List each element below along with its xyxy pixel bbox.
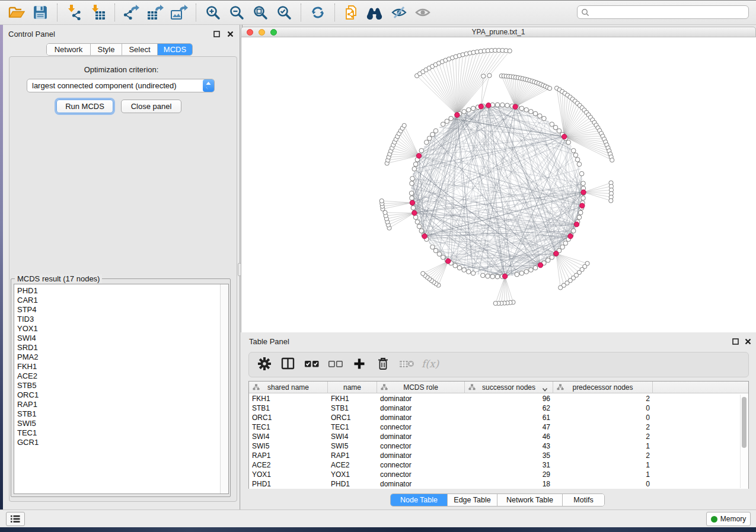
graph-hub-node[interactable] xyxy=(422,234,427,239)
graph-node[interactable] xyxy=(430,132,435,137)
graph-node[interactable] xyxy=(550,255,554,260)
table-row[interactable]: YOX1YOX1connector291 xyxy=(249,470,748,479)
control-panel-float-button[interactable] xyxy=(212,29,221,39)
network-window-titlebar[interactable]: YPA_prune.txt_1 xyxy=(241,27,756,37)
control-panel-close-button[interactable] xyxy=(225,29,235,39)
export-table-button[interactable] xyxy=(143,2,167,23)
export-network-button[interactable] xyxy=(120,2,143,23)
graph-node[interactable] xyxy=(410,181,414,186)
run-mcds-button[interactable]: Run MCDS xyxy=(56,100,113,113)
graph-node[interactable] xyxy=(481,74,486,78)
graph-node[interactable] xyxy=(433,129,438,133)
graph-node[interactable] xyxy=(409,191,414,196)
save-session-button[interactable] xyxy=(28,2,52,23)
add-column-button[interactable] xyxy=(349,355,370,375)
optimization-criterion-select[interactable]: largest connected component (undirected) xyxy=(27,79,215,92)
graph-hub-node[interactable] xyxy=(554,251,559,256)
mcds-result-item[interactable]: ACE2 xyxy=(14,371,228,381)
task-history-button[interactable] xyxy=(6,512,25,526)
column-header-shared-name[interactable]: shared name xyxy=(249,382,328,393)
graph-node[interactable] xyxy=(490,274,495,279)
graph-node[interactable] xyxy=(425,140,429,145)
memory-button[interactable]: Memory xyxy=(706,512,751,526)
graph-node[interactable] xyxy=(581,196,586,201)
graph-node[interactable] xyxy=(493,301,497,305)
graph-node[interactable] xyxy=(571,229,576,233)
graph-node[interactable] xyxy=(560,245,565,249)
graph-hub-node[interactable] xyxy=(562,134,567,139)
graph-node[interactable] xyxy=(550,122,554,127)
graph-node[interactable] xyxy=(519,271,524,275)
graph-hub-node[interactable] xyxy=(574,222,579,227)
graph-node[interactable] xyxy=(505,103,510,108)
graph-node[interactable] xyxy=(524,270,529,274)
mcds-result-item[interactable]: PMA2 xyxy=(14,352,228,362)
graph-hub-node[interactable] xyxy=(416,153,421,158)
tab-style[interactable]: Style xyxy=(91,44,122,55)
graph-hub-node[interactable] xyxy=(513,104,518,109)
graph-node[interactable] xyxy=(538,114,543,118)
graph-node[interactable] xyxy=(500,102,505,107)
zoom-out-button[interactable] xyxy=(225,2,248,23)
mcds-result-item[interactable]: ORC1 xyxy=(14,390,228,400)
graph-node[interactable] xyxy=(546,258,550,263)
graph-hub-node[interactable] xyxy=(502,274,507,278)
graph-node[interactable] xyxy=(610,158,614,162)
graph-node[interactable] xyxy=(508,49,512,53)
table-panel-close-button[interactable] xyxy=(743,336,752,346)
table-row[interactable]: RAP1RAP1dominator352 xyxy=(249,451,748,460)
clone-network-button[interactable] xyxy=(340,2,363,23)
graph-node[interactable] xyxy=(415,220,420,225)
tab-node-table[interactable]: Node Table xyxy=(391,494,448,506)
search-field[interactable] xyxy=(577,5,749,19)
graph-node[interactable] xyxy=(559,286,563,290)
graph-node[interactable] xyxy=(553,125,558,130)
graph-node[interactable] xyxy=(417,224,422,229)
graph-node[interactable] xyxy=(462,110,467,114)
graph-node[interactable] xyxy=(577,162,582,166)
column-header-successor-nodes[interactable]: successor nodes xyxy=(465,382,553,393)
column-header-name[interactable]: name xyxy=(328,382,377,393)
graph-node[interactable] xyxy=(542,116,547,121)
graph-node[interactable] xyxy=(571,149,576,153)
mcds-result-item[interactable]: SRD1 xyxy=(14,343,228,352)
graph-node[interactable] xyxy=(410,177,415,181)
graph-hub-node[interactable] xyxy=(486,103,491,108)
close-panel-button[interactable]: Close panel xyxy=(121,100,181,113)
graph-node[interactable] xyxy=(533,111,538,116)
graph-node[interactable] xyxy=(495,102,500,107)
graph-node[interactable] xyxy=(402,123,406,127)
zoom-selected-button[interactable] xyxy=(272,2,296,23)
table-scrollbar[interactable] xyxy=(740,395,748,488)
tab-network-table[interactable]: Network Table xyxy=(497,494,563,506)
graph-node[interactable] xyxy=(524,108,529,113)
graph-node[interactable] xyxy=(433,248,438,253)
graph-node[interactable] xyxy=(578,210,583,215)
graph-node[interactable] xyxy=(579,171,584,176)
search-objects-button[interactable] xyxy=(363,2,387,23)
tab-mcds[interactable]: MCDS xyxy=(158,44,192,55)
mcds-result-item[interactable]: RAP1 xyxy=(14,400,228,409)
graph-node[interactable] xyxy=(410,196,414,201)
graph-node[interactable] xyxy=(557,129,562,133)
table-row[interactable]: ACE2ACE2connector311 xyxy=(249,460,748,470)
graph-node[interactable] xyxy=(427,136,432,141)
graph-node[interactable] xyxy=(445,119,449,124)
zoom-in-button[interactable] xyxy=(201,2,225,23)
mcds-result-item[interactable]: SWI4 xyxy=(14,334,228,343)
graph-hub-node[interactable] xyxy=(538,262,543,267)
graph-node[interactable] xyxy=(609,198,613,203)
mcds-result-item[interactable]: PHD1 xyxy=(14,286,228,296)
select-all-rows-button[interactable] xyxy=(301,355,323,375)
table-row[interactable]: PHD1PHD1dominator180 xyxy=(249,479,748,489)
open-file-button[interactable] xyxy=(5,2,28,23)
mcds-result-item[interactable]: STB5 xyxy=(14,381,228,390)
graph-node[interactable] xyxy=(481,273,486,278)
table-row[interactable]: TEC1TEC1connector472 xyxy=(249,422,748,432)
tab-select[interactable]: Select xyxy=(122,44,158,55)
mcds-list-scrollbar[interactable] xyxy=(220,284,228,493)
graph-node[interactable] xyxy=(457,265,462,270)
mcds-result-item[interactable]: STP4 xyxy=(14,305,228,315)
graph-node[interactable] xyxy=(412,166,417,171)
mcds-result-item[interactable]: CAR1 xyxy=(14,296,228,305)
